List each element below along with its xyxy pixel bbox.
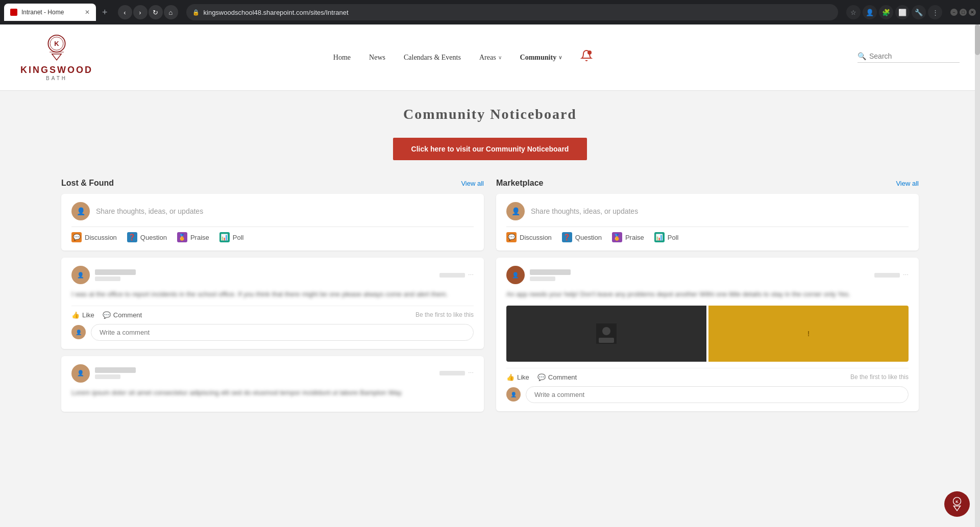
compose-placeholder[interactable]: Share thoughts, ideas, or updates — [96, 207, 203, 215]
lost-found-header: Lost & Found View all — [61, 179, 484, 188]
comment-icon-mp1: 💬 — [537, 373, 546, 381]
post-image-grid-mp1: ! — [506, 306, 909, 362]
post-author-role-lf1 — [95, 277, 120, 281]
discussion-button-lf[interactable]: 💬 Discussion — [71, 232, 117, 242]
nav-news[interactable]: News — [369, 54, 385, 62]
site-header: K Kingswood Bath Home News Calendars & E… — [0, 24, 980, 91]
post-more-icon-lf1[interactable]: ⋯ — [468, 272, 474, 279]
notification-bell-icon[interactable] — [580, 49, 597, 66]
comment-button-lf1[interactable]: 💬 Comment — [103, 311, 142, 319]
comment-avatar-lf1: 👤 — [71, 325, 86, 339]
nav-home[interactable]: Home — [333, 54, 351, 62]
post-header-lf1: 👤 ⋯ — [71, 266, 474, 284]
marketplace-view-all[interactable]: View all — [896, 180, 919, 187]
floating-logo-button[interactable]: K — [944, 491, 970, 517]
browser-actions: ☆ 👤 🧩 ⬜ 🔧 ⋮ — [846, 5, 942, 19]
home-button[interactable]: ⌂ — [164, 5, 178, 19]
lost-found-post-2: 👤 ⋯ Lorem ipsum dolor sit amet consectet… — [61, 356, 484, 412]
svg-text:K: K — [955, 499, 959, 504]
bookmarks-icon[interactable]: ☆ — [846, 5, 861, 19]
comment-row-lf1: 👤 — [71, 324, 474, 341]
post-author-name-lf2 — [95, 367, 136, 373]
post-date-lf1 — [439, 273, 465, 278]
comment-input-mp1[interactable] — [526, 386, 909, 403]
comment-icon-lf1: 💬 — [103, 311, 111, 319]
nav-calendars[interactable]: Calendars & Events — [404, 54, 461, 62]
new-tab-button[interactable]: + — [102, 7, 108, 18]
poll-button-mp[interactable]: 📊 Poll — [654, 232, 679, 242]
puzzle-icon[interactable]: 🔧 — [912, 5, 926, 19]
lost-found-view-all[interactable]: View all — [461, 180, 484, 187]
post-meta-lf2: ⋯ — [439, 370, 474, 377]
split-view-icon[interactable]: ⬜ — [895, 5, 910, 19]
cta-noticeboard-button[interactable]: Click here to visit our Community Notice… — [393, 138, 587, 160]
address-bar[interactable]: 🔒 kingswoodschool48.sharepoint.com/sites… — [186, 4, 838, 20]
nav-community[interactable]: Community ∨ — [520, 54, 562, 62]
minimize-button[interactable]: − — [950, 9, 958, 16]
poll-button-lf[interactable]: 📊 Poll — [219, 232, 244, 242]
question-button-lf[interactable]: ❓ Question — [127, 232, 167, 242]
refresh-button[interactable]: ↻ — [149, 5, 163, 19]
nav-areas[interactable]: Areas ∨ — [479, 54, 502, 62]
comment-input-lf1[interactable] — [91, 324, 474, 341]
comment-avatar-mp1: 👤 — [506, 387, 521, 401]
question-button-mp[interactable]: ❓ Question — [562, 232, 602, 242]
search-area[interactable]: 🔍 — [857, 52, 960, 63]
compose-row-mp: 👤 Share thoughts, ideas, or updates — [506, 202, 909, 227]
post-avatar-lf1: 👤 — [71, 266, 90, 284]
search-icon: 🔍 — [857, 52, 866, 60]
close-window-button[interactable]: ✕ — [969, 9, 976, 16]
lock-icon: 🔒 — [192, 9, 200, 16]
post-date-mp1 — [874, 273, 900, 278]
browser-chrome: Intranet - Home ✕ + ‹ › ↻ ⌂ 🔒 kingswoods… — [0, 0, 980, 24]
lost-found-compose-card: 👤 Share thoughts, ideas, or updates 💬 Di… — [61, 194, 484, 250]
extensions-icon[interactable]: 🧩 — [879, 5, 893, 19]
post-header-mp1: 👤 ⋯ — [506, 266, 909, 284]
post-more-icon-lf2[interactable]: ⋯ — [468, 370, 474, 377]
forward-button[interactable]: › — [133, 5, 148, 19]
discussion-icon-lf: 💬 — [71, 232, 82, 242]
post-body-mp1: An app needs your help! Don't leave any … — [506, 289, 909, 299]
like-button-mp1[interactable]: 👍 Like — [506, 373, 529, 381]
praise-icon-mp: 🏅 — [612, 232, 622, 242]
like-icon-lf1: 👍 — [71, 311, 80, 319]
post-body-lf1: I was at the office to report incidents … — [71, 289, 474, 299]
be-first-label-lf1: Be the first to like this — [415, 311, 474, 318]
comment-row-mp1: 👤 — [506, 386, 909, 403]
praise-button-mp[interactable]: 🏅 Praise — [612, 232, 644, 242]
compose-placeholder-mp[interactable]: Share thoughts, ideas, or updates — [531, 207, 638, 215]
poll-icon-lf: 📊 — [219, 232, 230, 242]
maximize-button[interactable]: □ — [960, 9, 967, 16]
cta-button-wrap: Click here to visit our Community Notice… — [61, 138, 919, 160]
post-image-left — [506, 306, 706, 362]
back-button[interactable]: ‹ — [118, 5, 132, 19]
search-input[interactable] — [869, 52, 951, 60]
marketplace-compose-card: 👤 Share thoughts, ideas, or updates 💬 Di… — [496, 194, 919, 250]
post-more-icon-mp1[interactable]: ⋯ — [903, 272, 909, 279]
comment-button-mp1[interactable]: 💬 Comment — [537, 373, 577, 381]
like-button-lf1[interactable]: 👍 Like — [71, 311, 94, 319]
menu-icon[interactable]: ⋮ — [928, 5, 942, 19]
browser-tab[interactable]: Intranet - Home ✕ — [4, 4, 96, 21]
discussion-button-mp[interactable]: 💬 Discussion — [506, 232, 552, 242]
page-title: Community Noticeboard — [61, 106, 919, 122]
lost-found-post-1: 👤 ⋯ I was at the office to report incide… — [61, 258, 484, 349]
marketplace-post-1: 👤 ⋯ An app needs your help! Don't leave … — [496, 258, 919, 411]
post-date-lf2 — [439, 371, 465, 375]
post-header-lf2: 👤 ⋯ — [71, 364, 474, 383]
profile-icon[interactable]: 👤 — [863, 5, 877, 19]
compose-actions: 💬 Discussion ❓ Question 🏅 Praise 📊 Poll — [71, 227, 474, 242]
praise-button-lf[interactable]: 🏅 Praise — [177, 232, 209, 242]
post-actions-mp1: 👍 Like 💬 Comment Be the first to like th… — [506, 368, 909, 381]
marketplace-section: Marketplace View all 👤 Share thoughts, i… — [496, 179, 919, 419]
tab-close-button[interactable]: ✕ — [85, 9, 90, 16]
post-avatar-mp1: 👤 — [506, 266, 525, 284]
window-controls: − □ ✕ — [950, 9, 976, 16]
scrollbar-thumb[interactable] — [975, 24, 980, 55]
post-meta-mp1: ⋯ — [874, 272, 909, 279]
svg-point-7 — [602, 327, 610, 335]
post-author-name-mp1 — [530, 269, 571, 275]
svg-marker-4 — [52, 54, 61, 60]
logo-area[interactable]: K Kingswood Bath — [20, 34, 93, 81]
compose-row: 👤 Share thoughts, ideas, or updates — [71, 202, 474, 227]
